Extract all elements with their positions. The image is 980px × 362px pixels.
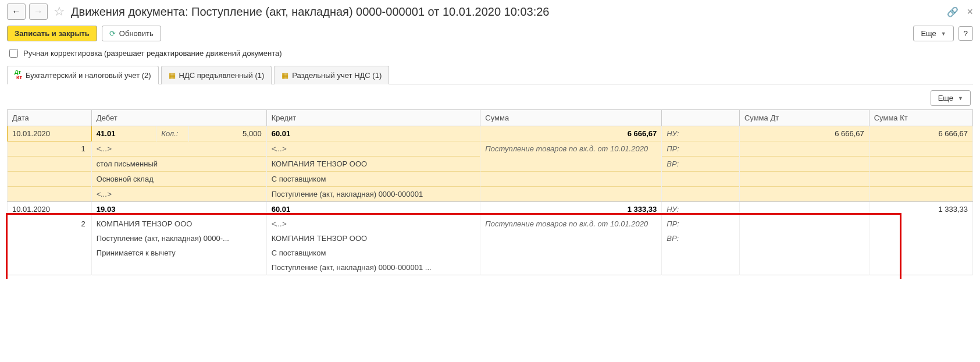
- table-row[interactable]: Основной склад С поставщиком: [8, 172, 973, 187]
- table-row[interactable]: 1 <...> <...> Поступление товаров по вх.…: [8, 141, 973, 157]
- save-close-button[interactable]: Записать и закрыть: [7, 26, 97, 41]
- table-row[interactable]: 2 КОМПАНИЯ ТЕНЗОР ООО <...> Поступление …: [8, 217, 973, 231]
- col-sum-dt[interactable]: Сумма Дт: [739, 110, 869, 126]
- dtkt-icon: ДтКт: [15, 70, 22, 80]
- page-title: Движения документа: Поступление (акт, на…: [71, 5, 943, 19]
- document-icon: ▦: [169, 72, 176, 79]
- manual-edit-label: Ручная корректировка (разрешает редактир…: [23, 49, 282, 58]
- link-icon[interactable]: 🔗: [947, 6, 958, 17]
- grid-more-button[interactable]: Еще▼: [931, 90, 971, 106]
- tab-vat-separate[interactable]: ▦ Раздельный учет НДС (1): [274, 66, 389, 84]
- help-button[interactable]: ?: [958, 26, 973, 41]
- favorite-star-icon[interactable]: ☆: [54, 4, 65, 19]
- more-button[interactable]: Еще▼: [913, 26, 953, 41]
- table-row[interactable]: 10.01.2020 19.03 60.01 1 333,33 НУ: 1 33…: [8, 202, 973, 217]
- movements-table: Дата Дебет Кредит Сумма Сумма Дт Сумма К…: [7, 109, 973, 275]
- col-debit[interactable]: Дебет: [91, 110, 266, 126]
- manual-edit-checkbox[interactable]: [9, 49, 18, 58]
- col-credit[interactable]: Кредит: [266, 110, 480, 126]
- close-icon[interactable]: ×: [967, 6, 973, 18]
- col-blank[interactable]: [662, 110, 740, 126]
- nav-forward-button[interactable]: →: [29, 3, 48, 20]
- tab-vat-presented[interactable]: ▦ НДС предъявленный (1): [161, 66, 272, 84]
- tab-accounting[interactable]: ДтКт Бухгалтерский и налоговый учет (2): [7, 66, 159, 84]
- table-row[interactable]: Поступление (акт, накладная) 0000-000001…: [8, 260, 973, 275]
- refresh-icon: ⟳: [109, 29, 116, 38]
- col-sum-kt[interactable]: Сумма Кт: [869, 110, 972, 126]
- nav-back-button[interactable]: ←: [7, 3, 26, 20]
- col-date[interactable]: Дата: [8, 110, 92, 126]
- table-row[interactable]: <...> Поступление (акт, накладная) 0000-…: [8, 187, 973, 202]
- refresh-button[interactable]: ⟳Обновить: [102, 26, 161, 41]
- col-sum[interactable]: Сумма: [480, 110, 662, 126]
- table-row[interactable]: 10.01.2020 41.01 Кол.: 5,000 60.01 6 666…: [8, 126, 973, 141]
- document-icon: ▦: [281, 72, 288, 79]
- table-row[interactable]: Принимается к вычету С поставщиком: [8, 246, 973, 260]
